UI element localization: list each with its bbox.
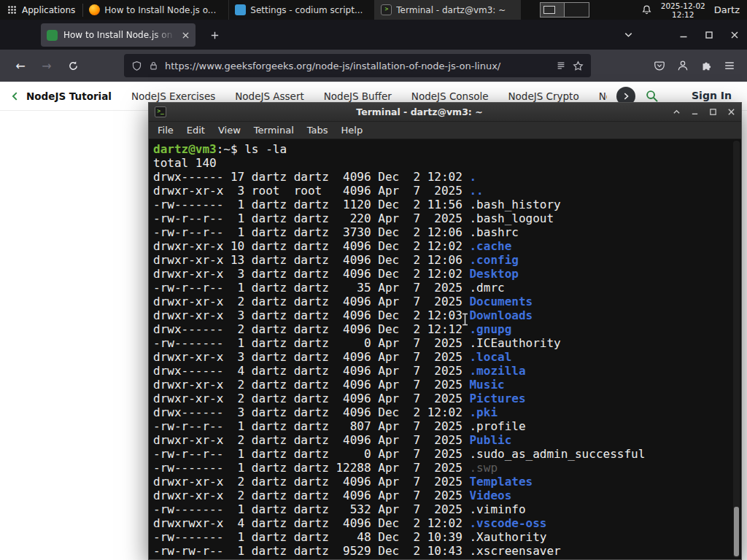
terminal-listing-line: drwxr-xr-x 2 dartz dartz 4096 Apr 7 2025… — [153, 295, 741, 308]
listing-name: .dmrc — [469, 281, 504, 295]
taskbar-item-codium[interactable]: Settings - codium script... — [229, 0, 375, 20]
listing-meta: -rw------- 1 dartz dartz 12288 Apr 7 202… — [153, 461, 469, 475]
terminal-output[interactable]: dartz@vm3:~$ ls -latotal 140drwx------ 1… — [149, 139, 741, 559]
search-icon[interactable] — [645, 89, 659, 103]
listing-meta: drwxr-xr-x 2 dartz dartz 4096 Apr 7 2025 — [153, 392, 469, 405]
terminal-menu-view[interactable]: View — [218, 125, 241, 136]
listing-name: .vscode-oss — [469, 516, 546, 530]
listing-meta: drwx------ 2 dartz dartz 4096 Dec 2 12:1… — [153, 322, 469, 336]
nav-item-nodejs-crypto[interactable]: NodeJS Crypto — [508, 90, 579, 102]
listing-name: .xscreensaver — [469, 544, 560, 558]
listing-meta: drwxr-xr-x 10 dartz dartz 4096 Dec 2 12:… — [153, 239, 469, 253]
browser-tab[interactable]: How to Install Node.js on — [41, 23, 196, 47]
listing-name: .viminfo — [469, 502, 525, 516]
listing-name: Downloads — [469, 308, 533, 322]
nav-chevron-left-icon[interactable] — [10, 91, 20, 101]
workspace-switcher — [540, 2, 589, 18]
screen: Applications How to Install Node.js o...… — [0, 0, 747, 560]
terminal-minimize-button[interactable] — [691, 108, 699, 116]
terminal-listing-line: drwxrwxr-x 4 dartz dartz 4096 Dec 2 12:0… — [153, 516, 741, 530]
listing-name: . — [469, 170, 476, 184]
terminal-close-button[interactable] — [727, 108, 735, 116]
terminal-titlebar[interactable]: >_ Terminal - dartz@vm3: ~ — [149, 103, 741, 122]
tab-close-icon[interactable] — [182, 31, 190, 39]
listing-meta: drwxr-xr-x 2 dartz dartz 4096 Apr 7 2025 — [153, 489, 469, 502]
taskbar-item-title: How to Install Node.js o... — [104, 5, 216, 15]
url-bar[interactable]: https://www.geeksforgeeks.org/node-js/in… — [124, 54, 591, 77]
terminal-listing-line: drwxr-xr-x 3 dartz dartz 4096 Dec 2 12:0… — [153, 267, 741, 281]
listing-name: Pictures — [469, 392, 525, 405]
notification-bell-icon[interactable] — [641, 4, 652, 15]
nav-item-nodejs-tutorial[interactable]: NodeJS Tutorial — [26, 90, 112, 102]
listing-name: .swp — [469, 461, 498, 475]
terminal-scrollbar-thumb[interactable] — [734, 507, 739, 556]
listing-name: .pki — [469, 405, 498, 419]
applications-label: Applications — [22, 5, 75, 15]
pocket-icon[interactable] — [654, 60, 665, 71]
back-button[interactable]: ← — [7, 55, 34, 77]
list-tabs-chevron-icon[interactable] — [616, 20, 641, 50]
listing-meta: -rw-r--r-- 1 dartz dartz 0 Apr 7 2025 — [153, 447, 469, 461]
reader-mode-icon[interactable] — [556, 61, 566, 71]
window-maximize-button[interactable] — [696, 20, 721, 50]
bookmark-star-icon[interactable] — [573, 61, 584, 71]
workspace-1[interactable] — [540, 2, 565, 18]
window-minimize-button[interactable] — [670, 20, 696, 50]
menu-icon[interactable] — [724, 60, 735, 71]
nav-item-nodejs-exercises[interactable]: NodeJS Exercises — [131, 90, 215, 102]
top-panel: Applications How to Install Node.js o...… — [0, 0, 747, 20]
terminal-shade-button[interactable] — [673, 108, 681, 116]
taskbar: How to Install Node.js o...Settings - co… — [83, 0, 521, 20]
extensions-icon[interactable] — [700, 60, 712, 71]
listing-meta: drwx------ 3 dartz dartz 4096 Dec 2 12:0… — [153, 405, 469, 419]
clock[interactable]: 2025-12-02 12:12 — [661, 1, 705, 19]
nav-item-nodejs-buffer[interactable]: NodeJS Buffer — [324, 90, 392, 102]
terminal-menu-help[interactable]: Help — [341, 125, 363, 136]
workspace-2[interactable] — [565, 2, 589, 18]
account-icon[interactable] — [677, 60, 689, 71]
terminal-listing-line: -rw-r--r-- 1 dartz dartz 3730 Dec 2 12:0… — [153, 225, 741, 239]
terminal-listing-line: -rw-r--r-- 1 dartz dartz 807 Apr 7 2025 … — [153, 419, 741, 433]
listing-meta: -rw------- 1 dartz dartz 48 Dec 2 10:39 — [153, 530, 469, 544]
terminal-listing-line: -rw------- 1 dartz dartz 12288 Apr 7 202… — [153, 461, 741, 475]
terminal-listing-line: drwxr-xr-x 2 dartz dartz 4096 Apr 7 2025… — [153, 433, 741, 447]
terminal-listing-line: drwxr-xr-x 3 dartz dartz 4096 Dec 2 12:0… — [153, 308, 741, 322]
listing-meta: drwxr-xr-x 3 dartz dartz 4096 Dec 2 12:0… — [153, 308, 469, 322]
listing-name: .profile — [469, 419, 525, 433]
taskbar-item-terminal[interactable]: >Terminal - dartz@vm3: ~ — [375, 0, 521, 20]
nav-item-nodejs-console[interactable]: NodeJS Console — [411, 90, 489, 102]
terminal-title: Terminal - dartz@vm3: ~ — [166, 106, 673, 117]
listing-name: .bash_history — [469, 198, 560, 211]
nav-item-nodejs-dns[interactable]: NodeJS DNS — [599, 90, 607, 102]
tracking-shield-icon[interactable] — [131, 61, 142, 71]
listing-meta: drwxr-xr-x 13 dartz dartz 4096 Dec 2 12:… — [153, 253, 469, 267]
terminal-menu-file[interactable]: File — [158, 125, 174, 136]
sign-in-link[interactable]: Sign In — [692, 90, 732, 101]
terminal-maximize-button[interactable] — [709, 108, 717, 116]
applications-menu-button[interactable]: Applications — [0, 0, 82, 20]
terminal-listing-line: drwxr-xr-x 10 dartz dartz 4096 Dec 2 12:… — [153, 239, 741, 253]
terminal-listing-line: drwxr-xr-x 2 dartz dartz 4096 Apr 7 2025… — [153, 475, 741, 489]
forward-button[interactable]: → — [34, 55, 60, 77]
terminal-menu-tabs[interactable]: Tabs — [307, 125, 328, 136]
terminal-menu-edit[interactable]: Edit — [187, 125, 205, 136]
terminal-listing-line: -rw-r--r-- 1 dartz dartz 35 Apr 7 2025 .… — [153, 281, 741, 295]
listing-name: .Xauthority — [469, 530, 546, 544]
terminal-listing-line: drwx------ 3 dartz dartz 4096 Dec 2 12:0… — [153, 405, 741, 419]
listing-meta: drwxr-xr-x 3 root root 4096 Apr 7 2025 — [153, 184, 469, 198]
terminal-scrollbar[interactable] — [733, 141, 740, 558]
taskbar-item-firefox[interactable]: How to Install Node.js o... — [83, 0, 229, 20]
terminal-prompt-line: dartz@vm3:~$ ls -la — [153, 142, 741, 156]
terminal-listing-line: drwx------ 17 dartz dartz 4096 Dec 2 12:… — [153, 170, 741, 184]
window-close-button[interactable] — [721, 20, 747, 50]
listing-name: Music — [469, 378, 504, 392]
terminal-menubar: FileEditViewTerminalTabsHelp — [149, 122, 741, 139]
reload-button[interactable] — [60, 55, 86, 77]
nav-item-nodejs-assert[interactable]: NodeJS Assert — [235, 90, 304, 102]
new-tab-button[interactable] — [205, 26, 224, 44]
lock-icon[interactable] — [149, 61, 158, 71]
clock-date: 2025-12-02 — [661, 1, 705, 10]
panel-user-label[interactable]: Dartz — [714, 4, 740, 15]
listing-name: .sudo_as_admin_successful — [469, 447, 645, 461]
terminal-menu-terminal[interactable]: Terminal — [254, 125, 294, 136]
